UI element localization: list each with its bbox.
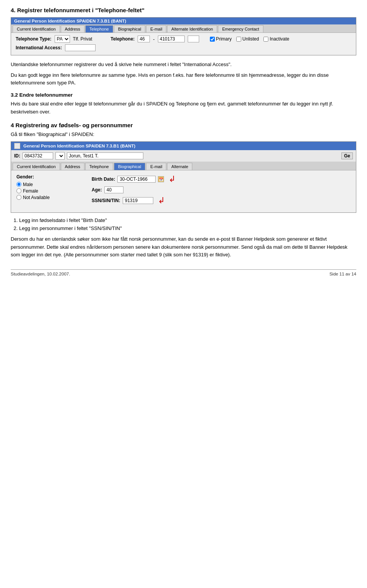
gender-female-label: Female [23, 188, 38, 194]
id-label: ID: [14, 153, 20, 159]
telephone-type-row: Telephone Type: PA Tlf. Privat Telephone… [16, 35, 351, 43]
tab-emergency-contact[interactable]: Emergency Contact [218, 25, 263, 32]
para-after-steps: Dersom du har en utenlandsk søker som ik… [11, 235, 356, 258]
step2-item: Legg inn personnummer i feltet "SSN/SIN/… [19, 225, 356, 233]
age-field-group: Age: [92, 186, 175, 193]
spaiden-title-bar: General Person Identification SPAIDEN 7.… [11, 142, 356, 150]
gender-na-item[interactable]: Not Available [16, 195, 50, 200]
gender-na-label: Not Available [23, 195, 50, 200]
telephone-country-input[interactable] [138, 36, 150, 42]
spaiden-biographical-form: General Person Identification SPAIDEN 7.… [11, 141, 356, 213]
gender-female-radio[interactable] [16, 188, 21, 193]
age-label: Age: [92, 187, 102, 193]
birth-date-input[interactable] [117, 176, 156, 183]
spaiden-tab-alternate[interactable]: Alternate [167, 163, 192, 170]
subsection32-heading: 3.2 Endre telefonnummer [11, 92, 356, 98]
para32: Hvis du bare skal endre eller legge til … [11, 100, 356, 115]
age-input[interactable] [104, 186, 123, 193]
inactivate-checkbox[interactable] [263, 37, 268, 42]
steps-list: Legg inn fødselsdato i feltet "Birth Dat… [19, 217, 356, 233]
step1-item: Legg inn fødselsdato i feltet "Birth Dat… [19, 217, 356, 225]
tab-address[interactable]: Address [61, 25, 84, 32]
intl-access-label: International Access: [16, 45, 62, 50]
birth-date-field-group: Birth Date: 📅 ↲ [92, 174, 175, 184]
spaiden-id-row: ID: Ge [11, 150, 356, 162]
tel-form-title: General Person Identification SPAIDEN 7.… [11, 18, 356, 24]
tab-email[interactable]: E-mail [146, 25, 166, 32]
unlisted-label: Unlisted [242, 36, 259, 42]
arrow-decoration: ↲ [169, 174, 175, 184]
go-button[interactable]: Ge [341, 152, 353, 159]
gender-radio-group: Male Female Not Available [16, 182, 50, 200]
gender-col: Gender: Male Female Not Available [16, 174, 50, 200]
bottom-right: Side 11 av 14 [330, 272, 356, 276]
international-access-row: International Access: [16, 44, 351, 51]
biographical-form-row: Gender: Male Female Not Available [16, 174, 351, 206]
bottom-bar: Studieavdelingen, 10.02.2007. Side 11 av… [11, 269, 356, 276]
inactivate-label: Inactivate [270, 36, 289, 42]
telephone-form-tabs: Current Identification Address Telephone… [11, 24, 356, 33]
tab-current-identification[interactable]: Current Identification [13, 25, 60, 32]
calendar-icon[interactable]: 📅 [158, 176, 164, 182]
telephone-ext-input[interactable] [188, 36, 199, 42]
spaiden-app-icon [14, 143, 20, 149]
tab-telephone[interactable]: Telephone [85, 25, 113, 32]
para2: Du kan godt legge inn flere telefonnumre… [11, 71, 356, 87]
telephone-type-label: Telephone Type: [16, 36, 52, 42]
spaiden-form-tabs: Current Identification Address Telephone… [11, 162, 356, 170]
telephone-checkboxes: Primary Unlisted Inactivate [210, 36, 289, 42]
spaiden-tab-address[interactable]: Address [61, 163, 84, 170]
spaiden-form-body: Gender: Male Female Not Available [11, 170, 356, 212]
primary-checkbox-item[interactable]: Primary [210, 36, 232, 42]
gender-male-item[interactable]: Male [16, 182, 50, 187]
intl-access-input[interactable] [65, 44, 96, 51]
bottom-left: Studieavdelingen, 10.02.2007. [11, 272, 70, 276]
spaiden-tab-biographical[interactable]: Biographical [114, 163, 146, 170]
id-input[interactable] [23, 152, 53, 159]
spaiden-tab-telephone[interactable]: Telephone [85, 163, 113, 170]
gender-male-radio[interactable] [16, 182, 21, 187]
ssn-arrow-decoration: ↲ [158, 196, 165, 206]
gender-male-label: Male [23, 182, 33, 187]
primary-checkbox[interactable] [210, 37, 215, 42]
telephone-type-desc: Tlf. Privat [73, 36, 93, 42]
spaiden-tab-email[interactable]: E-mail [146, 163, 166, 170]
name-input[interactable] [67, 152, 143, 159]
ssn-field-group: SSN/SIN/TIN: ↲ [92, 196, 175, 206]
ssn-label: SSN/SIN/TIN: [92, 198, 120, 203]
spaiden-tab-current-identification[interactable]: Current Identification [13, 163, 60, 170]
telephone-field-label: Telephone: [110, 36, 135, 42]
unlisted-checkbox-item[interactable]: Unlisted [236, 36, 259, 42]
telephone-form-body: Telephone Type: PA Tlf. Privat Telephone… [11, 33, 356, 55]
telephone-number-input[interactable] [158, 36, 185, 42]
inactivate-checkbox-item[interactable]: Inactivate [263, 36, 289, 42]
ssn-input[interactable] [123, 197, 153, 204]
primary-label: Primary [216, 36, 232, 42]
id-type-select[interactable] [55, 152, 65, 160]
gender-field-group: Gender: [16, 174, 50, 180]
section4-heading: 4 Registrering av fødsels- og personnumm… [11, 122, 356, 128]
section4-sub: Gå til fliken "Biographical" i SPAIDEN: [11, 131, 356, 138]
page-heading: 4. Registrer telefonnummeret i "Telephon… [11, 7, 356, 13]
gender-na-radio[interactable] [16, 195, 21, 200]
birthdate-col: Birth Date: 📅 ↲ Age: SSN/SIN/TIN: ↲ [92, 174, 175, 206]
tab-alternate-identification[interactable]: Alternate Identification [167, 25, 217, 32]
telephone-form-screenshot: General Person Identification SPAIDEN 7.… [11, 17, 356, 55]
tab-biographical[interactable]: Biographical [114, 25, 146, 32]
spaiden-title: General Person Identification SPAIDEN 7.… [23, 144, 135, 148]
telephone-type-select[interactable]: PA [55, 35, 70, 43]
unlisted-checkbox[interactable] [236, 37, 241, 42]
para1: Utenlandske telefonnummer registrerer du… [11, 61, 356, 68]
gender-female-item[interactable]: Female [16, 188, 50, 194]
gender-label: Gender: [16, 174, 34, 180]
birth-date-label: Birth Date: [92, 177, 115, 182]
